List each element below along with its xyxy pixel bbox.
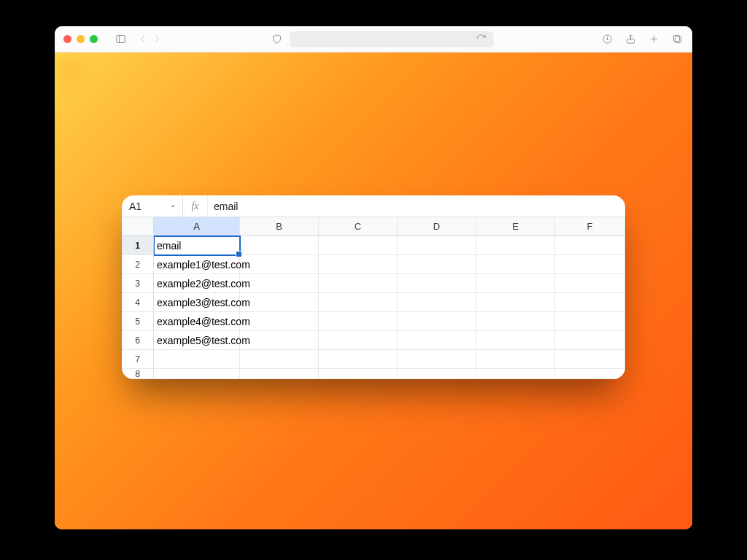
row-header[interactable]: 3 [122,274,154,293]
reload-icon[interactable] [475,33,488,46]
cell[interactable] [555,236,625,255]
row-header[interactable]: 5 [122,312,154,331]
column-header[interactable]: D [398,217,476,236]
cell[interactable] [240,369,319,379]
table-row: example3@test.com [154,293,625,312]
share-icon[interactable] [624,33,637,46]
column-header[interactable]: C [319,217,398,236]
cell[interactable] [476,331,555,350]
table-row [154,350,625,369]
cell[interactable] [154,369,240,379]
cell[interactable]: email [154,236,240,255]
columns-area: A B C D E F email [154,217,625,379]
row-header[interactable]: 2 [122,255,154,274]
svg-rect-0 [116,36,124,43]
cell[interactable] [476,274,555,293]
cell[interactable] [555,369,625,379]
window-maximize-button[interactable] [90,35,98,43]
row-header[interactable]: 6 [122,331,154,350]
column-headers: A B C D E F [154,217,625,236]
cell[interactable] [476,350,555,369]
sidebar-toggle-icon[interactable] [114,33,127,46]
cell[interactable]: example5@test.com [154,331,240,350]
forward-button[interactable] [150,33,163,46]
row-header[interactable]: 4 [122,293,154,312]
table-row: example4@test.com [154,312,625,331]
cell[interactable] [319,369,398,379]
cell[interactable] [240,331,319,350]
cell[interactable] [240,350,319,369]
browser-titlebar [55,26,692,52]
row-header[interactable]: 8 [122,369,154,379]
cell[interactable] [398,293,476,312]
cell[interactable] [398,331,476,350]
cell[interactable] [319,312,398,331]
cell[interactable] [319,255,398,274]
cell[interactable] [154,350,240,369]
select-all-corner[interactable] [122,217,154,236]
tabs-overview-icon[interactable] [670,33,684,46]
spreadsheet-grid: 1 2 3 4 5 6 7 8 A B C D E F [122,217,625,379]
cell[interactable] [240,293,319,312]
cell[interactable] [555,293,625,312]
new-tab-icon[interactable] [647,33,660,46]
cell[interactable] [476,312,555,331]
cell[interactable] [398,274,476,293]
nav-buttons [136,33,163,46]
cell[interactable] [398,350,476,369]
data-rows: email example1@test.com [154,236,625,379]
cell[interactable] [555,274,625,293]
cell[interactable] [555,350,625,369]
cell[interactable] [398,236,476,255]
window-close-button[interactable] [63,35,71,43]
formula-bar-row: A1 fx email [122,195,625,217]
window-minimize-button[interactable] [77,35,85,43]
browser-window: A1 fx email 1 2 3 4 5 6 [55,26,692,529]
svg-rect-7 [675,36,681,42]
cell[interactable] [240,255,319,274]
cell[interactable] [555,331,625,350]
cell[interactable] [555,312,625,331]
cell[interactable] [476,293,555,312]
cell[interactable] [319,274,398,293]
cell[interactable] [240,236,319,255]
cell[interactable] [319,236,398,255]
cell[interactable] [240,312,319,331]
table-row: example5@test.com [154,331,625,350]
cell[interactable] [319,350,398,369]
row-headers: 1 2 3 4 5 6 7 8 [122,217,154,379]
cell[interactable] [319,293,398,312]
column-header[interactable]: F [555,217,625,236]
cell[interactable] [476,369,555,379]
name-box-value: A1 [129,201,142,212]
name-box-dropdown-icon[interactable] [169,201,177,212]
cell[interactable]: example1@test.com [154,255,240,274]
privacy-shield-icon[interactable] [271,33,284,46]
cell[interactable] [240,274,319,293]
cell[interactable] [398,312,476,331]
cell[interactable] [476,236,555,255]
cell[interactable] [398,369,476,379]
row-header[interactable]: 1 [122,236,154,255]
svg-rect-8 [673,36,679,42]
cell[interactable]: example4@test.com [154,312,240,331]
cell[interactable] [476,255,555,274]
cell[interactable]: example3@test.com [154,293,240,312]
address-bar[interactable] [290,31,494,47]
back-button[interactable] [136,33,149,46]
cell[interactable] [555,255,625,274]
name-box[interactable]: A1 [122,195,183,217]
fx-label: fx [183,195,208,217]
column-header[interactable]: E [476,217,555,236]
formula-input[interactable]: email [208,195,625,217]
cell[interactable] [319,331,398,350]
window-controls [63,35,98,43]
formula-value: email [214,201,238,212]
spreadsheet-card: A1 fx email 1 2 3 4 5 6 [122,195,625,379]
cell[interactable]: example2@test.com [154,274,240,293]
downloads-icon[interactable] [600,33,614,46]
cell[interactable] [398,255,476,274]
column-header[interactable]: B [240,217,319,236]
column-header[interactable]: A [154,217,240,236]
row-header[interactable]: 7 [122,350,154,369]
